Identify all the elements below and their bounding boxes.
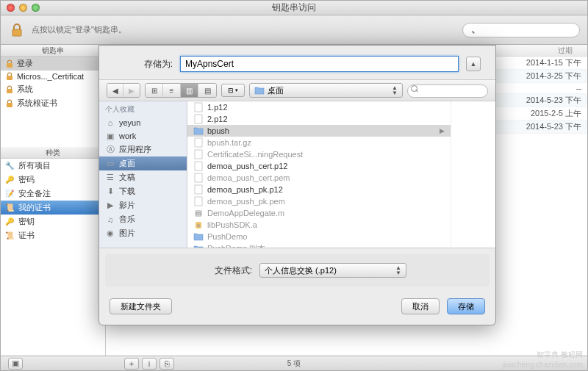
keychain-item[interactable]: Micros..._Certificat (1, 71, 105, 82)
category-icon: 📜 (5, 231, 15, 239)
window-title: 钥匙串访问 (1, 1, 587, 14)
chevron-updown-icon: ▲▼ (395, 265, 401, 275)
file-item[interactable]: bpush.tar.gz (187, 137, 451, 148)
list-view-button[interactable]: ≡ (163, 84, 181, 97)
file-item[interactable]: bpush▶ (187, 125, 451, 137)
file-icon (193, 114, 204, 124)
collapse-button[interactable]: ▲ (466, 57, 481, 71)
sheet-search-input[interactable] (407, 84, 488, 98)
save-button[interactable]: 存储 (447, 298, 485, 314)
keychains-list: 登录Micros..._Certificat系统系统根证书 (1, 57, 105, 110)
sidebar-item[interactable]: Ⓐ应用程序 (99, 143, 187, 156)
sidebar-item[interactable]: ▣work (99, 129, 187, 143)
file-item[interactable]: 1.p12 (187, 101, 451, 113)
category-icon: 📝 (5, 190, 15, 198)
category-item[interactable]: 🔧所有项目 (1, 159, 105, 173)
keychain-item[interactable]: 系统 (1, 82, 105, 96)
cancel-button[interactable]: 取消 (401, 298, 440, 314)
file-icon (193, 149, 204, 159)
file-item[interactable]: demoa_push_cert.pem (187, 172, 451, 184)
file-item[interactable]: mDemoAppDelegate.m (187, 207, 451, 219)
sidebar-item[interactable]: ♫音乐 (99, 212, 187, 226)
sidebar-item[interactable]: ▶影片 (99, 198, 187, 212)
file-label: demoa_push_cert.pem (207, 173, 290, 182)
svg-rect-3 (7, 89, 12, 93)
save-as-input[interactable] (180, 56, 459, 72)
back-button[interactable]: ◀ (107, 84, 123, 97)
sidebar-item[interactable]: ⬇下载 (99, 184, 187, 198)
lock-icon[interactable] (8, 21, 26, 39)
file-item[interactable]: demoa_push_pk.pem (187, 195, 451, 207)
file-item[interactable]: demoa_push_pk.p12 (187, 184, 451, 195)
music-icon: ♫ (105, 215, 115, 225)
sidebar-item-label: 图片 (119, 228, 135, 239)
file-label: demoa_push_pk.p12 (207, 185, 283, 194)
svg-rect-4 (7, 103, 12, 107)
chevron-right-icon: ▶ (440, 127, 445, 134)
file-item[interactable]: PushDemo (187, 231, 451, 242)
column-view-button[interactable]: ▥ (181, 84, 198, 97)
category-label: 密码 (18, 174, 35, 185)
file-icon (193, 137, 204, 148)
forward-button[interactable]: ▶ (123, 84, 140, 97)
file-item[interactable]: 2.p12 (187, 113, 451, 125)
svg-rect-7 (195, 138, 202, 147)
keychain-item[interactable]: 登录 (1, 57, 105, 71)
category-item[interactable]: 📜我的证书 (1, 201, 105, 215)
download-icon: ⬇ (105, 187, 115, 197)
lock-icon (5, 99, 14, 108)
sidebar-item[interactable]: ☰文稿 (99, 170, 187, 184)
file-label: CertificateSi...ningRequest (207, 150, 303, 159)
file-label: 2.p12 (207, 115, 228, 123)
coverflow-view-button[interactable]: ▤ (198, 84, 216, 97)
categories-header: 种类 (1, 147, 105, 159)
new-folder-button[interactable]: 新建文件夹 (110, 298, 172, 314)
file-item[interactable]: demoa_push_cert.p12 (187, 160, 451, 172)
lock-icon (5, 85, 14, 94)
nav-buttons[interactable]: ◀ ▶ (107, 83, 140, 98)
file-icon (193, 184, 204, 195)
category-item[interactable]: 📜证书 (1, 228, 105, 242)
lock-hint: 点按以锁定"登录"钥匙串。 (32, 24, 456, 35)
category-icon: 🔑 (5, 217, 15, 226)
file-label: PushDemo 副本 (207, 243, 265, 248)
categories-list: 🔧所有项目🔑密码📝安全备注📜我的证书🔑密钥📜证书 (1, 159, 105, 242)
keychain-label: 系统根证书 (17, 98, 57, 109)
category-item[interactable]: 📝安全备注 (1, 187, 105, 201)
file-icon (193, 196, 204, 206)
category-item[interactable]: 🔑密钥 (1, 215, 105, 228)
sidebar-item-label: 文稿 (119, 172, 135, 183)
arrange-button[interactable]: ⊟▾ (221, 84, 245, 97)
view-mode-buttons[interactable]: ⊞ ≡ ▥ ▤ (145, 83, 217, 98)
keychains-header: 钥匙串 (1, 45, 105, 57)
sidebar-item-label: 下载 (119, 186, 135, 197)
keychain-item[interactable]: 系统根证书 (1, 96, 105, 110)
lock-icon (5, 60, 14, 68)
sidebar-item[interactable]: ⌂yeyun (99, 116, 187, 129)
favorites-header: 个人收藏 (99, 101, 187, 116)
sidebar-item[interactable]: ▭桌面 (99, 156, 187, 170)
file-item[interactable]: CertificateSi...ningRequest (187, 148, 451, 160)
icon-view-button[interactable]: ⊞ (146, 84, 163, 97)
file-item[interactable]: alibPushSDK.a (187, 219, 451, 231)
sidebar-item-label: yeyun (119, 118, 140, 127)
favorites-list: ⌂yeyun▣workⒶ应用程序▭桌面☰文稿⬇下载▶影片♫音乐◉图片 (99, 116, 187, 240)
category-icon: 🔧 (5, 162, 15, 170)
file-icon (193, 231, 204, 242)
sidebar-item[interactable]: ◉图片 (99, 226, 187, 240)
file-label: demoa_push_cert.p12 (207, 162, 287, 170)
file-format-select[interactable]: 个人信息交换 (.p12) ▲▼ (259, 263, 406, 278)
location-select[interactable]: 桌面 ▲▼ (249, 83, 403, 98)
category-item[interactable]: 🔑密码 (1, 173, 105, 187)
file-label: bpush.tar.gz (207, 138, 251, 147)
file-format-value: 个人信息交换 (.p12) (265, 265, 337, 276)
sidebar-item-label: 影片 (119, 200, 135, 211)
svg-rect-1 (7, 63, 12, 68)
search-input[interactable] (462, 23, 580, 37)
file-label: demoa_push_pk.pem (207, 197, 285, 206)
docs-icon: ☰ (105, 173, 115, 183)
file-list: 1.p122.p12bpush▶bpush.tar.gzCertificateS… (187, 101, 451, 248)
file-item[interactable]: PushDemo 副本 (187, 242, 451, 248)
keychain-label: Micros..._Certificat (17, 72, 84, 81)
file-label: bpush (207, 126, 229, 135)
